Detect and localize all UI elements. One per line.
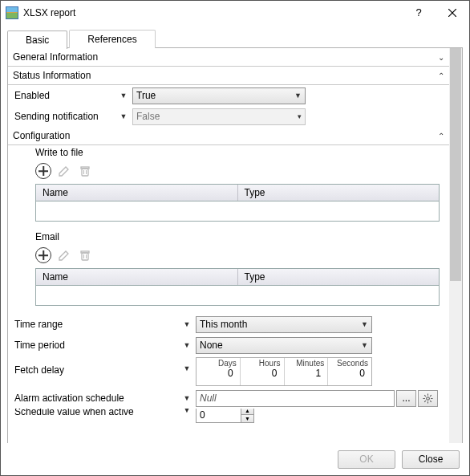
time-period-select[interactable]: None ▼ — [196, 337, 372, 354]
email-table[interactable]: Name Type — [35, 268, 440, 306]
vertical-scrollbar[interactable] — [449, 48, 462, 443]
spinner-down[interactable]: ▼ — [241, 415, 253, 422]
fetch-delay-seconds[interactable]: Seconds 0 — [328, 358, 371, 385]
titlebar: XLSX report ? — [1, 1, 469, 25]
menu-caret-icon[interactable]: ▼ — [178, 341, 196, 349]
fetch-delay-grid[interactable]: Days 0 Hours 0 Minutes 1 Seconds — [196, 357, 372, 386]
add-icon[interactable] — [35, 247, 51, 263]
group-status-label: Status Information — [13, 70, 438, 81]
close-window-button[interactable] — [436, 1, 469, 25]
schedule-value-input[interactable] — [196, 409, 241, 423]
email-toolbar — [8, 244, 449, 268]
svg-line-21 — [430, 395, 432, 397]
svg-line-22 — [424, 401, 426, 402]
unit-days: Days — [197, 358, 240, 368]
tab-references-label: References — [87, 34, 136, 45]
col-type[interactable]: Type — [238, 269, 440, 285]
write-to-file-table[interactable]: Name Type — [35, 184, 440, 222]
spinner-up[interactable]: ▲ — [241, 409, 253, 415]
write-to-file-toolbar — [8, 160, 449, 184]
time-range-select[interactable]: This month ▼ — [196, 316, 372, 333]
value-seconds: 0 — [328, 368, 371, 380]
menu-caret-icon[interactable]: ▼ — [178, 409, 196, 414]
spinner-buttons: ▲ ▼ — [241, 409, 254, 423]
tab-panel: General Information ⌄ Status Information… — [7, 47, 463, 443]
svg-rect-1 — [6, 7, 18, 12]
scrollbar-thumb[interactable] — [450, 48, 461, 281]
ok-label: OK — [359, 454, 373, 465]
svg-rect-10 — [82, 253, 88, 260]
tab-basic[interactable]: Basic — [7, 31, 67, 49]
group-status-information[interactable]: Status Information ⌃ — [8, 67, 449, 85]
sending-notification-value: False — [136, 111, 298, 122]
settings-button[interactable] — [418, 390, 438, 407]
help-button[interactable]: ? — [402, 1, 436, 25]
group-configuration-label: Configuration — [13, 130, 438, 141]
col-type[interactable]: Type — [238, 185, 440, 201]
menu-caret-icon[interactable]: ▼ — [178, 357, 196, 372]
svg-rect-6 — [82, 169, 88, 176]
row-schedule-value: Schedule value when active ▼ ▲ ▼ — [8, 409, 449, 429]
gear-icon — [423, 393, 433, 404]
value-days: 0 — [197, 368, 240, 380]
col-name[interactable]: Name — [36, 185, 238, 201]
chevron-up-icon: ⌃ — [438, 71, 444, 80]
menu-caret-icon[interactable]: ▼ — [115, 112, 132, 120]
row-sending-notification: Sending notification ▼ False ▾ — [8, 106, 449, 127]
alarm-schedule-input[interactable]: Null — [196, 390, 395, 407]
close-label: Close — [419, 454, 444, 465]
tab-references[interactable]: References — [69, 30, 155, 48]
delete-icon — [77, 163, 93, 179]
ok-button: OK — [338, 450, 395, 469]
menu-caret-icon[interactable]: ▼ — [178, 394, 196, 402]
alarm-schedule-value: Null — [200, 393, 217, 404]
row-time-period: Time period ▼ None ▼ — [8, 335, 449, 356]
unit-hours: Hours — [241, 358, 284, 368]
browse-button[interactable]: ... — [396, 390, 416, 407]
add-icon[interactable] — [35, 163, 51, 179]
svg-rect-3 — [6, 12, 18, 13]
table-header: Name Type — [36, 269, 439, 286]
edit-icon — [56, 163, 72, 179]
group-configuration[interactable]: Configuration ⌃ — [8, 127, 449, 145]
svg-point-14 — [427, 397, 430, 400]
close-button[interactable]: Close — [402, 450, 460, 469]
window-title: XLSX report — [23, 7, 402, 18]
menu-caret-icon[interactable]: ▼ — [115, 92, 132, 100]
unit-minutes: Minutes — [285, 358, 328, 368]
menu-caret-icon[interactable]: ▼ — [178, 320, 196, 328]
group-general-information[interactable]: General Information ⌄ — [8, 48, 449, 67]
unit-seconds: Seconds — [328, 358, 371, 368]
tabs: Basic References — [7, 30, 463, 48]
svg-line-19 — [424, 395, 426, 397]
time-range-value: This month — [200, 319, 361, 330]
dropdown-arrow-icon: ▼ — [361, 341, 368, 349]
svg-rect-7 — [81, 167, 89, 169]
svg-rect-2 — [6, 13, 18, 18]
fetch-delay-minutes[interactable]: Minutes 1 — [285, 358, 329, 385]
enabled-select[interactable]: True ▼ — [132, 87, 306, 104]
schedule-value-spinner[interactable]: ▲ ▼ — [196, 409, 254, 423]
sending-notification-select: False ▾ — [132, 108, 306, 125]
subheader-write-to-file: Write to file — [8, 145, 449, 160]
label-schedule-value-cut: Schedule value when active — [14, 409, 178, 417]
fetch-delay-hours[interactable]: Hours 0 — [241, 358, 285, 385]
label-fetch-delay: Fetch delay — [14, 357, 178, 376]
svg-rect-11 — [81, 251, 89, 253]
time-period-value: None — [200, 340, 361, 351]
row-fetch-delay: Fetch delay ▼ Days 0 Hours 0 Minutes — [8, 356, 449, 388]
label-sending-notification: Sending notification — [14, 111, 115, 122]
group-general-label: General Information — [13, 51, 438, 63]
chevron-up-icon: ⌃ — [438, 132, 444, 140]
fetch-delay-days[interactable]: Days 0 — [197, 358, 241, 385]
subheader-email: Email — [8, 230, 449, 244]
tab-basic-label: Basic — [26, 35, 49, 46]
enabled-value: True — [136, 90, 294, 101]
svg-line-20 — [430, 401, 432, 402]
value-hours: 0 — [241, 368, 284, 380]
col-name[interactable]: Name — [36, 269, 238, 285]
table-body-empty[interactable] — [36, 201, 439, 221]
label-time-period: Time period — [14, 340, 178, 351]
table-body-empty[interactable] — [36, 286, 439, 305]
label-alarm-schedule: Alarm activation schedule — [14, 393, 178, 404]
